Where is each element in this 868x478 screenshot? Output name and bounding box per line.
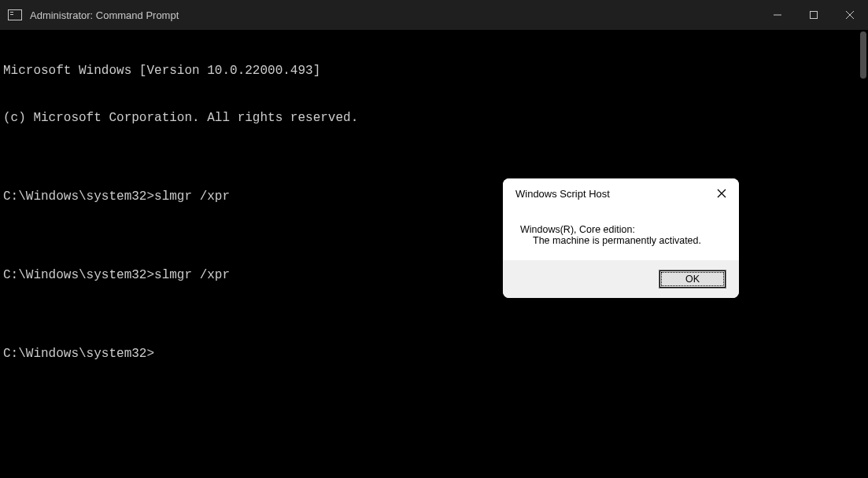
minimize-button[interactable] <box>759 0 796 30</box>
close-icon <box>717 189 726 198</box>
dialog-footer: OK <box>503 260 739 298</box>
dialog-message-line2: The machine is permanently activated. <box>520 235 722 246</box>
dialog-close-button[interactable] <box>709 181 734 206</box>
maximize-button[interactable] <box>796 0 832 30</box>
terminal-line: C:\Windows\system32> <box>3 346 865 362</box>
dialog-message-line1: Windows(R), Core edition: <box>520 224 722 235</box>
ok-button[interactable]: OK <box>659 270 726 289</box>
command-prompt-icon <box>8 9 22 20</box>
terminal-line: (c) Microsoft Corporation. All rights re… <box>3 110 865 126</box>
dialog-titlebar: Windows Script Host <box>503 178 739 208</box>
titlebar: Administrator: Command Prompt <box>0 0 868 30</box>
dialog-title: Windows Script Host <box>515 188 709 200</box>
script-host-dialog: Windows Script Host Windows(R), Core edi… <box>503 178 739 298</box>
svg-rect-0 <box>811 12 818 19</box>
ok-button-label: OK <box>685 274 700 285</box>
window-title: Administrator: Command Prompt <box>30 9 179 21</box>
close-button[interactable] <box>832 0 868 30</box>
dialog-body: Windows(R), Core edition: The machine is… <box>503 208 739 260</box>
terminal-line: Microsoft Windows [Version 10.0.22000.49… <box>3 63 865 79</box>
scrollbar-thumb[interactable] <box>860 31 866 79</box>
scrollbar[interactable] <box>860 31 866 472</box>
